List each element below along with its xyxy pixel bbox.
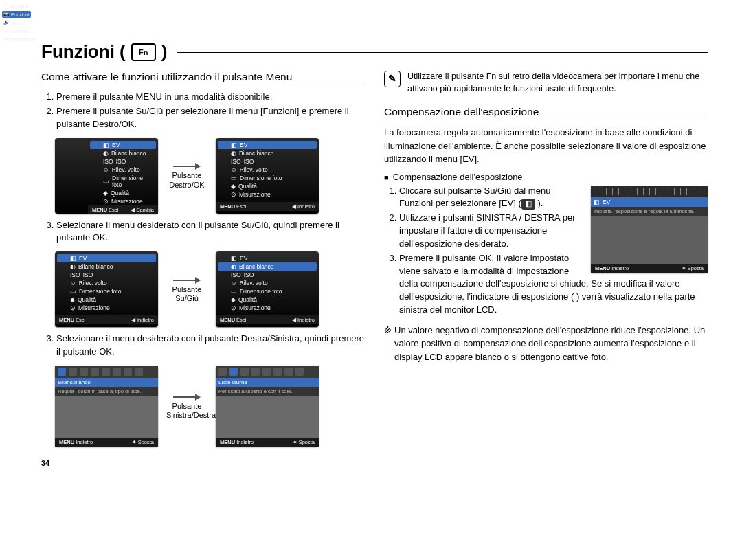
- reference-mark-icon: ※: [384, 324, 392, 364]
- note-box: ✎ Utilizzare il pulsante Fn sul retro de…: [384, 71, 708, 95]
- menu-item: ISOISO: [55, 271, 158, 279]
- menu-item: ▭Dimensione foto: [88, 174, 158, 189]
- menu-item: ◆Qualità: [216, 182, 319, 190]
- side-item: ⚙Impostazioni: [2, 36, 31, 43]
- bullet-heading: Compensazione dell'esposizione: [384, 172, 708, 182]
- side-item: ◯Modalità: [2, 3, 31, 10]
- menu-item: ▭Dimensione foto: [216, 287, 319, 295]
- left-subhead: Come attivare le funzioni utilizzando il…: [41, 71, 365, 85]
- menu-item: ☺Rilev. volto: [55, 279, 158, 287]
- step-a1: Premere il pulsante MENU in una modalità…: [56, 91, 365, 104]
- menu-item: ▭Dimensione foto: [55, 287, 158, 295]
- arrow-right-icon: [173, 276, 201, 285]
- menu-item: ⊙Misurazione: [216, 190, 319, 199]
- menu-item: ◆Qualità: [88, 189, 158, 197]
- menu-item: ◧EV: [216, 254, 319, 262]
- title-rule: [177, 52, 708, 53]
- menu-item: ISOISO: [88, 157, 158, 166]
- steps-a: Premere il pulsante MENU in una modalità…: [41, 91, 365, 131]
- note-icon: ✎: [384, 71, 401, 87]
- arrow-right-icon: [173, 161, 201, 171]
- menu-item: ☺Rilev. volto: [216, 279, 319, 287]
- camera-fn-icon: Fn: [131, 43, 156, 61]
- side-item-sel: 📷Funzioni: [2, 11, 31, 18]
- menu-item: ◆Qualità: [55, 295, 158, 304]
- side-item: 🔊Suono: [2, 19, 31, 26]
- step-a2: Premere il pulsante Su/Giù per seleziona…: [56, 105, 365, 131]
- menu-item: ◐Bilanc.bianco: [88, 149, 158, 157]
- menu-item: ▭Dimensione foto: [216, 174, 319, 182]
- title-close: ): [161, 41, 168, 63]
- menu-screen-4: ◧EV ◐Bilanc.bianco ISOISO ☺Rilev. volto …: [216, 251, 319, 327]
- caption-1: Pulsante Destro/OK: [166, 171, 207, 189]
- step-3a: Selezionare il menu desiderato con il pu…: [56, 219, 365, 245]
- menu-item: ◆Qualità: [216, 295, 319, 304]
- menu-item: ⊙Misurazione: [55, 304, 158, 312]
- star-note: ※ Un valore negativo di compensazione de…: [384, 324, 708, 364]
- menu-item: ◧EV: [218, 141, 317, 149]
- menu-item: ⊙Misurazione: [88, 197, 158, 205]
- wb-screen-1: Bilanc.bianco Regola i colori in base al…: [55, 366, 158, 447]
- menu-item: ☺Rilev. volto: [216, 166, 319, 174]
- step-3a-list: Selezionare il menu desiderato con il pu…: [41, 219, 365, 245]
- arrow-right-icon: [173, 392, 201, 402]
- menu-screen-1: ◯Modalità 📷Funzioni 🔊Suono ▭Schermo ⚙Imp…: [55, 138, 158, 214]
- caption-2: Pulsante Su/Giù: [166, 285, 207, 303]
- menu-item: ◧EV: [57, 254, 156, 262]
- right-column: ✎ Utilizzare il pulsante Fn sul retro de…: [384, 71, 708, 467]
- caption-3: Pulsante Sinistra/Destra: [166, 402, 207, 420]
- screenshot-row-2: ◧EV ◐Bilanc.bianco ISOISO ☺Rilev. volto …: [55, 251, 365, 327]
- page-number: 34: [41, 459, 365, 467]
- side-item: ▭Schermo: [2, 27, 31, 34]
- wb-screen-2: Luce diurna Per scatti all'aperto e con …: [216, 366, 319, 447]
- step-3b-list: Selezionare il menu desiderato con il pu…: [41, 333, 365, 359]
- menu-item: ISOISO: [216, 271, 319, 279]
- menu-item: ◐Bilanc.bianco: [218, 262, 317, 271]
- title-text: Funzioni (: [41, 41, 126, 63]
- screenshot-row-1: ◯Modalità 📷Funzioni 🔊Suono ▭Schermo ⚙Imp…: [55, 138, 365, 214]
- menu-screen-3: ◧EV ◐Bilanc.bianco ISOISO ☺Rilev. volto …: [55, 251, 158, 327]
- note-text: Utilizzare il pulsante Fn sul retro dell…: [407, 71, 708, 95]
- menu-item: ☺Rilev. volto: [88, 166, 158, 174]
- menu-item: ◐Bilanc.bianco: [216, 149, 319, 157]
- left-column: Come attivare le funzioni utilizzando il…: [41, 71, 365, 467]
- intro-para: La fotocamera regola automaticamente l'e…: [384, 126, 708, 166]
- menu-item: ◧EV: [90, 141, 156, 149]
- right-subhead: Compensazione dell'esposizione: [384, 106, 708, 120]
- ev-screenshot: ◧EV Imposta l'esposizione e regola la lu…: [591, 186, 708, 273]
- page-title: Funzioni ( Fn ): [41, 41, 708, 63]
- menu-item: ⊙Misurazione: [216, 304, 319, 312]
- step-3b: Selezionare il menu desiderato con il pu…: [56, 333, 365, 359]
- menu-item: ◐Bilanc.bianco: [55, 262, 158, 271]
- ev-icon: ◧: [521, 199, 535, 210]
- menu-item: ISOISO: [216, 157, 319, 166]
- menu-screen-2: ◧EV ◐Bilanc.bianco ISOISO ☺Rilev. volto …: [216, 138, 319, 214]
- screenshot-row-3: Bilanc.bianco Regola i colori in base al…: [55, 366, 365, 447]
